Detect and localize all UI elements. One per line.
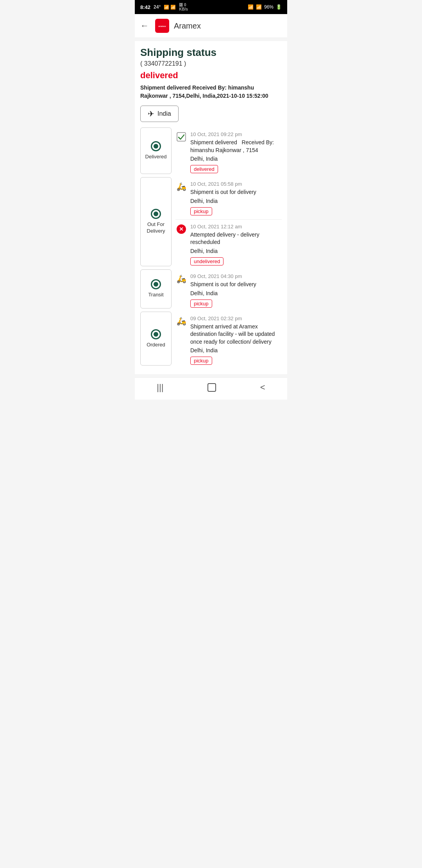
tracking-number: ( 33407722191 )	[140, 60, 282, 67]
event-desc-4: Shipment arrived at Aramex destination f…	[190, 323, 282, 346]
stage-text-transit: Transit	[148, 292, 163, 298]
app-logo: aramex	[155, 19, 169, 33]
event-item-2: ✕ 10 Oct, 2021 12:12 am Attempted delive…	[175, 220, 282, 269]
event-desc-0: Shipment delivered Received By: himanshu…	[190, 139, 282, 154]
event-body-2: 10 Oct, 2021 12:12 am Attempted delivery…	[190, 224, 282, 265]
event-desc-1: Shipment is out for delivery	[190, 188, 282, 196]
nav-back-icon[interactable]: <	[260, 382, 265, 393]
nav-home-icon[interactable]	[207, 383, 216, 392]
status-bar: 8:42 24° 📶 📶 🖼 0KB/s 📶 📶 96% 🔋	[135, 0, 287, 14]
event-body-0: 10 Oct, 2021 09:22 pm Shipment delivered…	[190, 131, 282, 173]
events-delivered: 10 Oct, 2021 09:22 pm Shipment delivered…	[175, 127, 282, 177]
stage-radio-delivered	[151, 141, 161, 151]
stage-delivered: Delivered 10 Oct, 2021 09:22 pm	[140, 127, 282, 177]
delivery-status-label: delivered	[140, 70, 282, 81]
event-item-4: 🛵 09 Oct, 2021 02:32 pm Shipment arrived…	[175, 312, 282, 369]
event-badge-2: undelivered	[190, 257, 224, 265]
stage-label-ordered: Ordered	[140, 312, 172, 366]
app-name-label: Aramex	[174, 22, 201, 30]
timeline-section: Delivered 10 Oct, 2021 09:22 pm	[140, 127, 282, 374]
stage-text-ordered: Ordered	[147, 342, 165, 348]
main-content: Shipping status ( 33407722191 ) delivere…	[135, 41, 287, 374]
events-transit: 🛵 09 Oct, 2021 04:30 pm Shipment is out …	[175, 269, 282, 312]
stage-text-out-for-delivery: Out ForDelivery	[147, 221, 165, 235]
event-location-3: Delhi, India	[190, 290, 282, 296]
nav-menu-icon[interactable]: |||	[157, 382, 163, 393]
event-location-4: Delhi, India	[190, 347, 282, 353]
event-badge-4: pickup	[190, 357, 212, 365]
nav-bar: ||| <	[135, 377, 287, 400]
event-badge-3: pickup	[190, 299, 212, 308]
event-icon-bike-1: 🛵	[175, 181, 187, 191]
country-button[interactable]: ✈ India	[140, 106, 179, 122]
event-icon-bike-3: 🛵	[175, 273, 187, 283]
event-icon-x: ✕	[175, 224, 187, 234]
event-body-3: 09 Oct, 2021 04:30 pm Shipment is out fo…	[190, 273, 282, 308]
stage-ordered: Ordered 🛵 09 Oct, 2021 02:32 pm Shipment…	[140, 312, 282, 369]
status-icons: 📶 📶	[164, 5, 176, 10]
event-icon-check	[175, 131, 187, 142]
status-temp: 24°	[154, 4, 161, 10]
stage-label-transit: Transit	[140, 269, 172, 308]
event-body-1: 10 Oct, 2021 05:58 pm Shipment is out fo…	[190, 181, 282, 215]
page-title: Shipping status	[140, 47, 282, 59]
stage-radio-out-for-delivery	[151, 209, 161, 219]
stage-transit: Transit 🛵 09 Oct, 2021 04:30 pm Shipment…	[140, 269, 282, 312]
svg-text:aramex: aramex	[158, 25, 166, 27]
plane-icon: ✈	[148, 109, 154, 118]
event-item-1: 🛵 10 Oct, 2021 05:58 pm Shipment is out …	[175, 177, 282, 220]
event-item-0: 10 Oct, 2021 09:22 pm Shipment delivered…	[175, 127, 282, 177]
event-time-3: 09 Oct, 2021 04:30 pm	[190, 273, 282, 279]
stage-label-delivered: Delivered	[140, 127, 172, 174]
top-bar: ← aramex Aramex	[135, 14, 287, 38]
stage-label-out-for-delivery: Out ForDelivery	[140, 177, 172, 266]
event-time-4: 09 Oct, 2021 02:32 pm	[190, 316, 282, 321]
signal-icon: 📶	[256, 4, 262, 10]
back-button[interactable]: ←	[140, 21, 149, 31]
status-data: 🖼 0KB/s	[179, 3, 188, 11]
event-location-2: Delhi, India	[190, 248, 282, 254]
stage-out-for-delivery: Out ForDelivery 🛵 10 Oct, 2021 05:58 pm …	[140, 177, 282, 269]
stage-text-delivered: Delivered	[145, 154, 167, 160]
wifi-icon: 📶	[248, 4, 254, 10]
event-item-3: 🛵 09 Oct, 2021 04:30 pm Shipment is out …	[175, 269, 282, 312]
stage-radio-ordered	[151, 329, 161, 339]
battery-icon: 🔋	[276, 4, 282, 10]
delivery-detail-text: Shipment delivered Received By: himanshu…	[140, 84, 282, 100]
battery-level: 96%	[264, 4, 274, 10]
stage-radio-transit	[151, 279, 161, 289]
event-location-0: Delhi, India	[190, 156, 282, 162]
event-badge-0: delivered	[190, 165, 218, 173]
status-time: 8:42	[140, 4, 150, 10]
event-desc-2: Attempted delivery - delivery reschedule…	[190, 231, 282, 246]
event-time-1: 10 Oct, 2021 05:58 pm	[190, 181, 282, 187]
event-icon-bike-4: 🛵	[175, 316, 187, 326]
country-label: India	[157, 110, 171, 117]
events-out-for-delivery: 🛵 10 Oct, 2021 05:58 pm Shipment is out …	[175, 177, 282, 269]
event-location-1: Delhi, India	[190, 198, 282, 204]
event-time-0: 10 Oct, 2021 09:22 pm	[190, 131, 282, 137]
event-body-4: 09 Oct, 2021 02:32 pm Shipment arrived a…	[190, 316, 282, 365]
events-ordered: 🛵 09 Oct, 2021 02:32 pm Shipment arrived…	[175, 312, 282, 369]
event-desc-3: Shipment is out for delivery	[190, 281, 282, 289]
event-badge-1: pickup	[190, 207, 212, 215]
event-time-2: 10 Oct, 2021 12:12 am	[190, 224, 282, 230]
